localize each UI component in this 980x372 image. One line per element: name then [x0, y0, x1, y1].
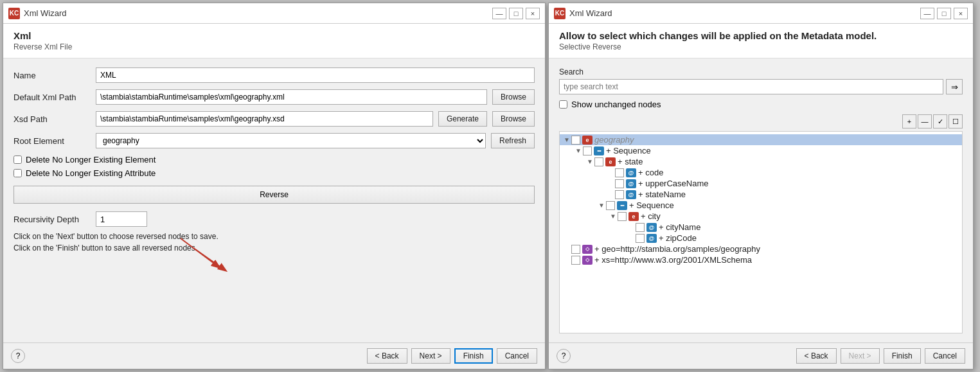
- check-geography[interactable]: [571, 136, 580, 145]
- left-back-button[interactable]: < Back: [367, 348, 407, 364]
- check-code[interactable]: [615, 168, 624, 177]
- search-go-button[interactable]: ⇒: [946, 79, 963, 94]
- refresh-button[interactable]: Refresh: [491, 133, 535, 148]
- tree-row-xs[interactable]: ◇ + xs=http://www.w3.org/2001/XMLSchema: [560, 254, 962, 265]
- right-back-button[interactable]: < Back: [796, 348, 837, 364]
- toggle-seq1[interactable]: ▼: [574, 147, 583, 154]
- check-geo[interactable]: [571, 245, 580, 254]
- delete-attribute-row: Delete No Longer Existing Attribute: [13, 168, 535, 178]
- delete-element-checkbox[interactable]: [13, 155, 22, 164]
- check-seq1[interactable]: [583, 146, 592, 155]
- left-finish-button[interactable]: Finish: [454, 348, 493, 364]
- right-finish-button[interactable]: Finish: [884, 348, 921, 364]
- check-xs[interactable]: [571, 256, 580, 265]
- xsd-path-row: Xsd Path Generate Browse: [13, 111, 535, 127]
- show-unchanged-checkbox[interactable]: [559, 100, 567, 109]
- xsd-path-label: Xsd Path: [13, 114, 91, 124]
- reverse-button[interactable]: Reverse: [13, 186, 535, 204]
- unchanged-row: Show unchanged nodes: [559, 100, 963, 109]
- right-cancel-button[interactable]: Cancel: [925, 348, 965, 364]
- search-section: Search ⇒: [559, 67, 963, 94]
- root-element-row: Root Element geography Refresh: [13, 133, 535, 148]
- toggle-geography[interactable]: ▼: [562, 136, 571, 143]
- name-input[interactable]: [96, 67, 535, 83]
- left-maximize-button[interactable]: □: [509, 8, 523, 19]
- badge-code: @: [626, 168, 636, 177]
- left-minimize-button[interactable]: —: [492, 8, 506, 19]
- name-label: Name: [13, 71, 91, 80]
- recursivity-label: Recursivity Depth: [13, 215, 91, 224]
- left-title-bar: KC Xml Wizard — □ ×: [3, 3, 545, 24]
- tree-row-geo[interactable]: ◇ + geo=http://stambia.org/samples/geogr…: [560, 244, 962, 254]
- left-cancel-button[interactable]: Cancel: [497, 348, 537, 364]
- right-title-controls: — □ ×: [920, 8, 968, 19]
- delete-element-label: Delete No Longer Existing Element: [26, 155, 156, 164]
- info-text-1: Click on the 'Next' button to choose rev…: [13, 232, 535, 241]
- check-cityName[interactable]: [636, 223, 645, 232]
- check-seq2[interactable]: [606, 201, 615, 210]
- check-city[interactable]: [618, 212, 627, 221]
- tree-row-state[interactable]: ▼ e + state: [560, 156, 962, 167]
- reverse-button-row: Reverse: [13, 186, 535, 204]
- search-arrow-icon: ⇒: [951, 82, 958, 92]
- right-minimize-button[interactable]: —: [920, 8, 934, 19]
- name-row: Name: [13, 67, 535, 83]
- right-header-subtitle: Selective Reverse: [559, 42, 963, 51]
- left-next-button[interactable]: Next >: [411, 348, 450, 364]
- xml-path-input[interactable]: [96, 89, 487, 105]
- right-maximize-button[interactable]: □: [937, 8, 951, 19]
- left-app-icon: KC: [8, 8, 20, 19]
- tree-expand-button[interactable]: +: [902, 114, 916, 128]
- check-zipCode[interactable]: [636, 234, 645, 243]
- label-state: + state: [618, 157, 643, 166]
- right-header-title: Allow to select which changes will be ap…: [559, 30, 963, 41]
- info-area: Click on the 'Next' button to choose rev…: [13, 232, 535, 252]
- tree-row-seq2[interactable]: ▼ ••• + Sequence: [560, 200, 962, 211]
- search-input[interactable]: [559, 79, 943, 94]
- badge-stateName: @: [626, 190, 636, 199]
- toggle-seq2[interactable]: ▼: [597, 202, 606, 209]
- tree-uncheck-all-button[interactable]: ☐: [949, 114, 963, 128]
- badge-upperCaseName: @: [626, 179, 636, 188]
- toggle-state[interactable]: ▼: [585, 158, 594, 165]
- tree-container[interactable]: ▼ e geography ▼ ••• + Sequence ▼: [559, 131, 963, 333]
- browse2-button[interactable]: Browse: [492, 111, 535, 127]
- label-zipCode: + zipCode: [659, 233, 697, 243]
- tree-row-code[interactable]: @ + code: [560, 167, 962, 178]
- tree-collapse-button[interactable]: —: [918, 114, 932, 128]
- delete-attribute-checkbox[interactable]: [13, 169, 22, 177]
- svg-line-1: [181, 238, 219, 267]
- right-help-button[interactable]: ?: [557, 349, 571, 363]
- info-text-2: Click on the 'Finish' button to save all…: [13, 244, 535, 252]
- label-code: + code: [638, 168, 663, 177]
- label-xs: + xs=http://www.w3.org/2001/XMLSchema: [594, 255, 752, 265]
- check-upperCaseName[interactable]: [615, 179, 624, 188]
- generate-button[interactable]: Generate: [438, 111, 487, 127]
- tree-row-stateName[interactable]: @ + stateName: [560, 189, 962, 200]
- root-element-select[interactable]: geography: [96, 133, 486, 148]
- right-close-button[interactable]: ×: [954, 8, 968, 19]
- tree-row-seq1[interactable]: ▼ ••• + Sequence: [560, 145, 962, 156]
- toggle-city[interactable]: ▼: [609, 213, 618, 220]
- tree-row-city[interactable]: ▼ e + city: [560, 211, 962, 222]
- xsd-path-input[interactable]: [96, 111, 433, 127]
- right-next-button[interactable]: Next >: [841, 348, 880, 364]
- right-title-bar-left: KC Xml Wizard: [554, 8, 612, 19]
- recursivity-input[interactable]: [96, 211, 147, 227]
- left-help-button[interactable]: ?: [11, 349, 25, 363]
- left-title-bar-left: KC Xml Wizard: [8, 8, 66, 19]
- badge-geography: e: [582, 136, 592, 145]
- tree-row-zipCode[interactable]: @ + zipCode: [560, 233, 962, 244]
- left-dialog-header: Xml Reverse Xml File: [3, 24, 545, 58]
- label-upperCaseName: + upperCaseName: [638, 179, 708, 188]
- check-state[interactable]: [594, 157, 603, 166]
- browse1-button[interactable]: Browse: [492, 89, 535, 105]
- tree-check-all-button[interactable]: ✓: [933, 114, 947, 128]
- tree-row-upperCaseName[interactable]: @ + upperCaseName: [560, 178, 962, 189]
- label-geo: + geo=http://stambia.org/samples/geograp…: [594, 244, 760, 254]
- check-stateName[interactable]: [615, 190, 624, 199]
- left-close-button[interactable]: ×: [526, 8, 540, 19]
- right-app-icon: KC: [554, 8, 566, 19]
- tree-row-geography[interactable]: ▼ e geography: [560, 134, 962, 145]
- tree-row-cityName[interactable]: @ + cityName: [560, 222, 962, 233]
